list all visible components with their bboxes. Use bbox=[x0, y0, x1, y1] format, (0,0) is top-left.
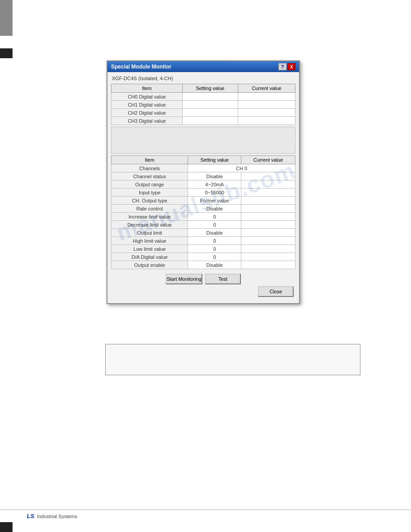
bottom-cell-12-2 bbox=[241, 261, 295, 269]
bottom-cell-10-0: Low limit value bbox=[111, 245, 188, 253]
bottom-table-header-setting: Setting value bbox=[188, 156, 241, 164]
bottom-cell-11-0: D/A Digital value bbox=[111, 253, 188, 261]
top-table-header-item: Item bbox=[111, 84, 183, 93]
bottom-cell-3-1: 0~16000 bbox=[188, 189, 241, 197]
bottom-cell-9-0: High limit value bbox=[111, 237, 188, 245]
bottom-table-row: Rate controlDisable bbox=[111, 205, 295, 213]
buttons-row2: Close bbox=[111, 286, 295, 300]
bottom-cell-0-0: Channels bbox=[111, 164, 188, 172]
bottom-cell-8-1: Disable bbox=[188, 229, 241, 237]
bottom-cell-4-0: CH. Output type bbox=[111, 197, 188, 205]
bottom-left-bar bbox=[0, 522, 13, 532]
bottom-table-row: ChannelsCH 0 bbox=[111, 164, 295, 172]
bottom-cell-7-0: Decrease limit value bbox=[111, 221, 188, 229]
channel-settings-table: Item Setting value Current value Channel… bbox=[111, 155, 295, 269]
top-table-cell-2-2 bbox=[238, 109, 295, 117]
digital-values-table: Item Setting value Current value CH0 Dig… bbox=[111, 84, 295, 125]
close-button[interactable]: Close bbox=[258, 286, 294, 297]
bottom-table-row: Low limit value0 bbox=[111, 245, 295, 253]
bottom-table-header-current: Current value bbox=[241, 156, 295, 164]
bottom-cell-2-1: 4~20mA bbox=[188, 180, 241, 189]
bottom-cell-9-2 bbox=[241, 237, 295, 245]
bottom-table-row: D/A Digital value0 bbox=[111, 253, 295, 261]
bottom-table-header-item: Item bbox=[111, 156, 188, 164]
bottom-cell-7-1: 0 bbox=[188, 221, 241, 229]
close-title-button[interactable]: X bbox=[287, 63, 295, 70]
bottom-table-row: Output limitDisable bbox=[111, 229, 295, 237]
top-table-row: CH2 Digital value bbox=[111, 109, 295, 117]
top-table-row: CH1 Digital value bbox=[111, 101, 295, 109]
bottom-table-row: Channel statusDisable bbox=[111, 172, 295, 180]
footer-logo: LS bbox=[27, 513, 34, 519]
top-table-cell-0-2 bbox=[238, 93, 295, 101]
bottom-cell-4-1: Former value bbox=[188, 197, 241, 205]
bottom-cell-12-0: Output enable bbox=[111, 261, 188, 269]
bottom-cell-8-2 bbox=[241, 229, 295, 237]
bottom-table-row: Input type0~16000 bbox=[111, 189, 295, 197]
bottom-table-row: CH. Output typeFormer value bbox=[111, 197, 295, 205]
top-table-cell-1-0: CH1 Digital value bbox=[111, 101, 183, 109]
note-box bbox=[105, 344, 360, 375]
bottom-cell-8-0: Output limit bbox=[111, 229, 188, 237]
empty-space bbox=[111, 127, 295, 154]
test-button[interactable]: Test bbox=[205, 274, 241, 284]
bottom-cell-5-1: Disable bbox=[188, 205, 241, 213]
bottom-cell-1-2 bbox=[241, 172, 295, 180]
bottom-cell-3-2 bbox=[241, 189, 295, 197]
dialog-titlebar: Special Module Monitor ? X bbox=[107, 61, 299, 72]
bottom-cell-6-1: 0 bbox=[188, 213, 241, 221]
left-bar-top bbox=[0, 0, 13, 36]
bottom-table-row: Decrease limit value0 bbox=[111, 221, 295, 229]
top-table-cell-1-1 bbox=[182, 101, 238, 109]
bottom-cell-3-0: Input type bbox=[111, 189, 188, 197]
bottom-cell-12-1: Disable bbox=[188, 261, 241, 269]
bottom-cell-6-0: Increase limit value bbox=[111, 213, 188, 221]
bottom-cell-0-1: CH 0 bbox=[188, 164, 295, 172]
bottom-cell-7-2 bbox=[241, 221, 295, 229]
footer: LS Industrial Systems bbox=[0, 510, 411, 519]
bottom-table-row: Output enableDisable bbox=[111, 261, 295, 269]
bottom-cell-11-1: 0 bbox=[188, 253, 241, 261]
bottom-cell-10-1: 0 bbox=[188, 245, 241, 253]
bottom-cell-5-2 bbox=[241, 205, 295, 213]
footer-text: Industrial Systems bbox=[37, 514, 77, 519]
top-table-row: CH0 Digital value bbox=[111, 93, 295, 101]
special-module-monitor-dialog: Special Module Monitor ? X XGF-DC4S (Iso… bbox=[107, 60, 300, 304]
top-table-cell-0-0: CH0 Digital value bbox=[111, 93, 183, 101]
bottom-table-row: High limit value0 bbox=[111, 237, 295, 245]
top-table-row: CH3 Digital value bbox=[111, 117, 295, 125]
bottom-cell-6-2 bbox=[241, 213, 295, 221]
bottom-cell-11-2 bbox=[241, 253, 295, 261]
help-button[interactable]: ? bbox=[278, 63, 287, 70]
buttons-row1: Start Monitoring Test bbox=[111, 271, 295, 286]
top-table-cell-2-0: CH2 Digital value bbox=[111, 109, 183, 117]
titlebar-buttons: ? X bbox=[278, 63, 295, 70]
dialog-body: XGF-DC4S (Isolated, 4-CH) Item Setting v… bbox=[107, 72, 299, 303]
dialog-title: Special Module Monitor bbox=[111, 64, 171, 70]
top-table-header-setting: Setting value bbox=[182, 84, 238, 93]
bottom-cell-4-2 bbox=[241, 197, 295, 205]
top-table-header-current: Current value bbox=[238, 84, 295, 93]
bottom-cell-9-1: 0 bbox=[188, 237, 241, 245]
top-table-cell-2-1 bbox=[182, 109, 238, 117]
top-table-cell-1-2 bbox=[238, 101, 295, 109]
bottom-cell-2-0: Output range bbox=[111, 180, 188, 189]
top-table-cell-0-1 bbox=[182, 93, 238, 101]
left-bar-mid bbox=[0, 48, 13, 58]
top-table-cell-3-2 bbox=[238, 117, 295, 125]
top-table-cell-3-1 bbox=[182, 117, 238, 125]
bottom-cell-5-0: Rate control bbox=[111, 205, 188, 213]
bottom-table-row: Increase limit value0 bbox=[111, 213, 295, 221]
bottom-cell-10-2 bbox=[241, 245, 295, 253]
bottom-cell-1-0: Channel status bbox=[111, 172, 188, 180]
bottom-cell-2-2 bbox=[241, 180, 295, 189]
bottom-cell-1-1: Disable bbox=[188, 172, 241, 180]
top-table-cell-3-0: CH3 Digital value bbox=[111, 117, 183, 125]
bottom-table-row: Output range4~20mA bbox=[111, 180, 295, 189]
dialog-subtitle: XGF-DC4S (Isolated, 4-CH) bbox=[111, 76, 295, 81]
start-monitoring-button[interactable]: Start Monitoring bbox=[166, 274, 202, 284]
